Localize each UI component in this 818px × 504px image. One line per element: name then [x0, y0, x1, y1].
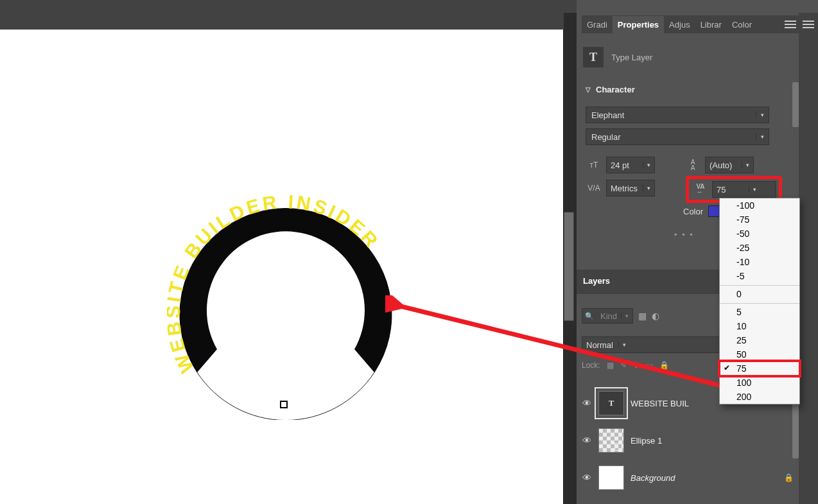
font-family-value: Elephant: [586, 110, 756, 120]
lock-position-icon[interactable]: ✎: [620, 361, 627, 370]
panel-menu-icon[interactable]: [785, 21, 796, 28]
selection-header: T Type Layer: [583, 41, 795, 73]
panel-tab-row: Gradi Properties Adjus Librar Color: [582, 15, 800, 33]
type-layer-icon: T: [583, 47, 604, 67]
tab-adjustments[interactable]: Adjus: [664, 16, 695, 33]
visibility-toggle-icon[interactable]: 👁: [582, 435, 592, 446]
tracking-option[interactable]: -100: [720, 198, 799, 213]
lock-move-icon[interactable]: ✥: [633, 361, 640, 370]
dropdown-caret-icon: ▾: [749, 186, 760, 193]
filter-adjust-icon[interactable]: ◐: [652, 311, 659, 321]
tracking-option-selected[interactable]: 75: [720, 361, 799, 376]
dropdown-caret-icon: ▾: [756, 112, 769, 118]
panel-dock-gutter: [799, 13, 818, 504]
filter-pixel-icon[interactable]: ▦: [638, 311, 647, 321]
tracking-option[interactable]: 50: [720, 347, 799, 361]
lock-icon[interactable]: 🔒: [784, 473, 794, 482]
tracking-option[interactable]: 0: [720, 287, 799, 304]
tracking-option[interactable]: 200: [720, 390, 799, 404]
chevron-down-icon: ▽: [586, 86, 591, 93]
character-section-label: Character: [596, 85, 635, 94]
font-weight-value: Regular: [586, 132, 756, 142]
layer-thumbnail[interactable]: [598, 465, 624, 490]
leading-select[interactable]: (Auto) ▾: [705, 157, 754, 173]
canvas-area: WEBSITE BUILDER INSIDER: [0, 13, 577, 504]
visibility-toggle-icon[interactable]: 👁: [582, 473, 592, 483]
tracking-option[interactable]: -50: [720, 227, 799, 241]
tracking-option[interactable]: -25: [720, 241, 799, 255]
layer-thumbnail[interactable]: [598, 428, 624, 453]
panel-dock-menu-icon[interactable]: [803, 21, 814, 28]
leading-icon: AA: [684, 159, 701, 171]
layer-name[interactable]: Background: [631, 473, 778, 483]
lock-pixels-icon[interactable]: ▩: [607, 361, 614, 370]
blend-mode-value: Normal: [582, 340, 618, 350]
layer-thumbnail[interactable]: T: [598, 391, 624, 415]
path-anchor-handle[interactable]: [280, 401, 288, 408]
character-section-header[interactable]: ▽ Character: [586, 85, 791, 94]
tracking-icon: VA↔: [692, 182, 709, 196]
tracking-option[interactable]: 5: [720, 305, 799, 319]
leading-value: (Auto): [706, 161, 742, 170]
shape-badge-icon: [614, 443, 622, 451]
kerning-icon: V/A: [586, 184, 602, 193]
font-weight-select[interactable]: Regular ▾: [586, 128, 769, 145]
canvas-top-gutter: [0, 13, 564, 30]
tracking-option[interactable]: -75: [720, 213, 799, 227]
tracking-dropdown[interactable]: -100 -75 -50 -25 -10 -5 0 5 10 25 50 75 …: [719, 198, 800, 404]
dropdown-caret-icon: ▾: [742, 162, 753, 168]
tab-properties[interactable]: Properties: [613, 16, 664, 33]
font-size-select[interactable]: 24 pt ▾: [606, 157, 655, 173]
tracking-option[interactable]: -5: [720, 269, 799, 286]
dropdown-caret-icon: ▾: [621, 313, 632, 319]
kerning-select[interactable]: Metrics ▾: [606, 180, 655, 196]
selection-kind-label: Type Layer: [611, 53, 652, 62]
lock-label: Lock:: [582, 361, 600, 370]
tracking-option[interactable]: 10: [720, 319, 799, 333]
tracking-option[interactable]: 25: [720, 333, 799, 347]
font-family-select[interactable]: Elephant ▾: [586, 107, 769, 123]
more-options-icon[interactable]: • • •: [674, 230, 694, 239]
color-label: Color: [683, 207, 703, 216]
tab-libraries[interactable]: Librar: [695, 16, 727, 33]
tracking-option[interactable]: -10: [720, 255, 799, 269]
tracking-value: 75: [713, 185, 749, 195]
tab-color[interactable]: Color: [727, 16, 757, 33]
font-size-icon: тT: [586, 161, 602, 169]
properties-scrollbar-thumb[interactable]: [792, 82, 799, 127]
dropdown-caret-icon: ▾: [756, 134, 769, 140]
document-canvas[interactable]: WEBSITE BUILDER INSIDER: [0, 30, 564, 504]
layer-kind-value: Kind: [596, 311, 621, 321]
layer-name[interactable]: Ellipse 1: [631, 436, 794, 446]
tab-gradient[interactable]: Gradi: [582, 16, 613, 33]
layer-kind-select[interactable]: 🔍 Kind ▾: [582, 308, 633, 324]
lock-all-icon[interactable]: 🔒: [659, 361, 669, 370]
kerning-value: Metrics: [607, 184, 643, 193]
curved-text-object[interactable]: WEBSITE BUILDER INSIDER: [167, 182, 405, 420]
dropdown-caret-icon: ▾: [643, 185, 654, 191]
tracking-option[interactable]: 100: [720, 376, 799, 390]
canvas-scrollbar-thumb[interactable]: [564, 212, 574, 321]
visibility-toggle-icon[interactable]: 👁: [582, 398, 592, 408]
layers-section-label[interactable]: Layers: [583, 276, 610, 286]
dropdown-caret-icon: ▾: [643, 162, 654, 168]
layer-row-background[interactable]: 👁 Background 🔒: [582, 462, 794, 493]
search-icon: 🔍: [582, 312, 596, 320]
layer-row-shape[interactable]: 👁 Ellipse 1: [582, 425, 794, 456]
font-size-value: 24 pt: [607, 161, 643, 170]
tracking-select[interactable]: 75 ▾: [712, 181, 776, 198]
lock-artboard-icon[interactable]: ▭: [646, 361, 653, 370]
size-leading-row: тT 24 pt ▾ AA (Auto) ▾: [586, 157, 778, 173]
dropdown-caret-icon: ▾: [618, 342, 630, 348]
